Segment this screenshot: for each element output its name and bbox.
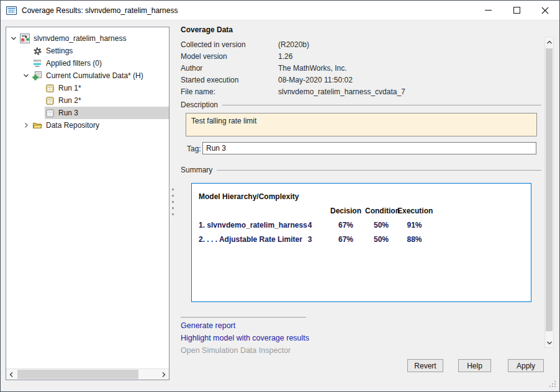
scroll-down-arrow-icon[interactable] <box>545 337 553 347</box>
tree-item-label: Data Repository <box>46 121 99 130</box>
table-row-name: 2. . . . Adjustable Rate Limiter <box>199 235 293 244</box>
table-row-decision: 67% <box>327 235 365 244</box>
run-icon <box>45 83 55 93</box>
tree-item-label: Run 3 <box>58 109 78 117</box>
maximize-icon <box>513 7 520 14</box>
field-label: File name: <box>181 87 278 96</box>
vertical-scrollbar-thumb[interactable] <box>546 48 553 331</box>
coverage-data-heading: Coverage Data <box>181 25 233 34</box>
apply-button[interactable]: Apply <box>508 359 544 372</box>
minimize-button[interactable] <box>474 1 502 20</box>
section-divider-line <box>222 105 541 105</box>
right-panel-vertical-scrollbar[interactable] <box>544 37 554 348</box>
scroll-up-arrow-icon[interactable] <box>545 37 553 47</box>
scroll-left-arrow-icon[interactable] <box>6 369 17 380</box>
close-icon <box>541 7 549 14</box>
summary-table: Decision Condition Execution 1. slvnvdem… <box>199 203 431 246</box>
coverage-data-fields: Collected in version (R2020b) Model vers… <box>181 38 405 97</box>
tree-horizontal-scrollbar-thumb[interactable] <box>17 370 138 379</box>
window-title: Coverage Results: slvnvdemo_ratelim_harn… <box>22 6 178 15</box>
run-icon <box>45 96 55 105</box>
titlebar: Coverage Results: slvnvdemo_ratelim_harn… <box>1 1 559 20</box>
table-row-complexity: 3 <box>293 235 327 244</box>
filter-icon <box>32 58 42 68</box>
results-tree: slvnvdemo_ratelim_harness Settings <box>6 27 169 131</box>
summary-section-header: Summary <box>181 166 541 174</box>
tag-input[interactable] <box>202 142 536 154</box>
summary-table-title: Model Hierarchy/Complexity <box>199 192 299 201</box>
tree-item-label: Settings <box>46 47 73 55</box>
field-label: Started execution <box>181 76 278 84</box>
tree-item-settings[interactable]: Settings <box>6 45 169 57</box>
table-row-decision: 67% <box>327 221 365 229</box>
tree-horizontal-scrollbar[interactable] <box>6 368 169 380</box>
help-button[interactable]: Help <box>458 359 491 372</box>
selected-row-highlight: Run 3 <box>45 107 169 119</box>
tree-item-data-repository[interactable]: Data Repository <box>6 119 169 131</box>
coverage-results-icon <box>6 6 17 15</box>
column-header-execution: Execution <box>397 207 431 215</box>
tree-item-label: slvnvdemo_ratelim_harness <box>34 34 126 43</box>
table-row-execution: 88% <box>397 235 431 244</box>
folder-icon <box>32 120 42 130</box>
window-resize-grip[interactable] <box>549 381 557 388</box>
panel-splitter-handle[interactable] <box>172 189 174 215</box>
column-header-decision: Decision <box>327 207 365 215</box>
section-divider-line <box>217 170 541 171</box>
tag-label: Tag: <box>187 145 201 153</box>
summary-label: Summary <box>181 166 212 174</box>
description-label: Description <box>181 100 218 109</box>
run-icon <box>45 108 55 118</box>
field-label: Author <box>181 64 278 73</box>
tree-item-label: Applied filters (0) <box>46 59 102 68</box>
field-value: (R2020b) <box>278 40 405 49</box>
tree-item-label: Run 1* <box>58 84 81 92</box>
chevron-down-icon[interactable] <box>20 69 32 82</box>
tree-item-applied-filters[interactable]: Applied filters (0) <box>6 57 169 69</box>
table-row-execution: 91% <box>397 221 431 229</box>
minimize-icon <box>485 7 492 14</box>
maximize-button[interactable] <box>502 1 531 20</box>
generate-report-link[interactable]: Generate report <box>181 321 235 330</box>
table-row-name: 1. slvnvdemo_ratelim_harness <box>199 221 293 229</box>
description-textarea[interactable]: Test falling rate limit <box>186 113 537 136</box>
coverage-results-window: Coverage Results: slvnvdemo_ratelim_harn… <box>0 0 560 392</box>
scroll-right-arrow-icon[interactable] <box>158 369 169 380</box>
field-label: Model version <box>181 52 278 61</box>
field-value: slvnvdemo_ratelim_harness_cvdata_7 <box>278 87 405 96</box>
tree-item-label: Current Cumulative Data* (H) <box>46 71 143 80</box>
field-value: The MathWorks, Inc. <box>278 64 405 73</box>
close-button[interactable] <box>531 1 559 20</box>
chevron-down-icon[interactable] <box>7 32 20 45</box>
tree-item-run-3[interactable]: Run 3 <box>6 107 169 119</box>
tree-item-label: Run 2* <box>58 96 81 105</box>
chevron-right-icon[interactable] <box>20 119 32 131</box>
gear-icon <box>32 46 42 56</box>
column-header-condition: Condition <box>365 207 397 215</box>
tree-item-run-2[interactable]: Run 2* <box>6 94 169 107</box>
summary-report-box: Model Hierarchy/Complexity Decision Cond… <box>191 183 531 302</box>
model-icon <box>20 33 30 43</box>
table-row-condition: 50% <box>365 235 397 244</box>
field-label: Collected in version <box>181 40 278 49</box>
table-row-condition: 50% <box>365 221 397 229</box>
tree-item-model[interactable]: slvnvdemo_ratelim_harness <box>6 32 169 45</box>
open-simulation-data-inspector-link: Open Simulation Data Inspector <box>181 346 291 355</box>
field-value: 08-May-2020 11:50:02 <box>278 76 405 84</box>
results-tree-panel: slvnvdemo_ratelim_harness Settings <box>6 27 169 380</box>
highlight-model-link[interactable]: Highlight model with coverage results <box>181 334 309 342</box>
table-row-complexity: 4 <box>293 221 327 229</box>
field-value: 1.26 <box>278 52 405 61</box>
cumulative-data-icon <box>32 71 42 81</box>
description-section-header: Description <box>181 100 541 109</box>
tree-item-current-cumulative-data[interactable]: Current Cumulative Data* (H) <box>6 69 169 82</box>
window-controls <box>474 1 559 20</box>
links-divider-line <box>181 317 306 318</box>
revert-button[interactable]: Revert <box>407 359 443 372</box>
tree-item-run-1[interactable]: Run 1* <box>6 82 169 94</box>
